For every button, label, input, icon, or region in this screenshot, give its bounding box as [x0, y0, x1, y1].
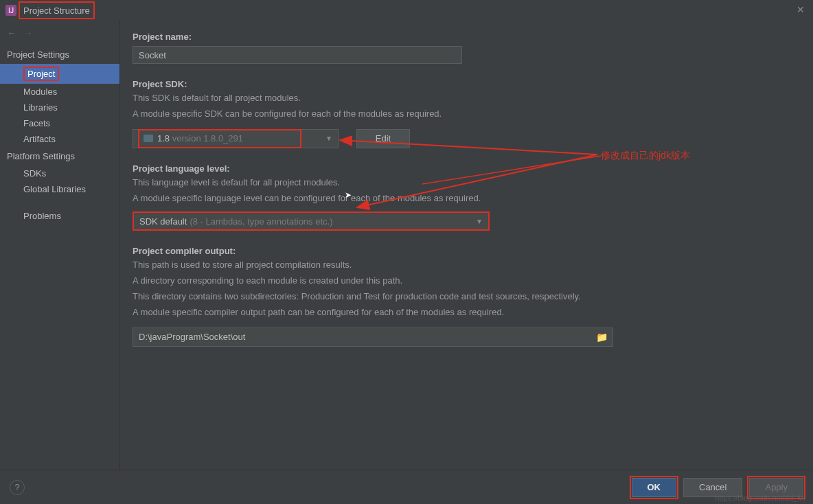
sdk-version-sub: version 1.8.0_291: [172, 133, 243, 144]
edit-sdk-button[interactable]: Edit: [356, 129, 410, 148]
sidebar-item-artifacts[interactable]: Artifacts: [0, 131, 119, 147]
section-platform-settings: Platform Settings: [0, 147, 119, 165]
sidebar-item-global-libraries[interactable]: Global Libraries: [0, 181, 119, 197]
sidebar-item-modules[interactable]: Modules: [0, 84, 119, 100]
compiler-output-label: Project compiler output:: [133, 246, 797, 256]
sidebar: ← → Project Settings Project Modules Lib…: [0, 21, 120, 470]
folder-icon: [144, 135, 153, 142]
lang-level-main: SDK default: [139, 216, 187, 227]
annotation-text: 修改成自己的jdk版本: [601, 150, 690, 162]
language-level-dropdown[interactable]: SDK default (8 - Lambdas, type annotatio…: [133, 211, 490, 231]
output-help-4: A module specific compiler output path c…: [133, 306, 797, 319]
nav-arrows: ← →: [0, 25, 119, 45]
close-icon[interactable]: ✕: [797, 4, 805, 15]
ok-button[interactable]: OK: [632, 478, 677, 497]
sdk-help-2: A module specific SDK can be configured …: [133, 108, 797, 121]
window-title-highlight: Project Structure: [19, 1, 95, 19]
content-panel: Project name: Project SDK: This SDK is d…: [120, 21, 813, 470]
compiler-output-input[interactable]: [133, 328, 613, 347]
output-help-3: This directory contains two subdirectori…: [133, 290, 797, 303]
sidebar-item-sdks[interactable]: SDKs: [0, 165, 119, 181]
sdk-help-1: This SDK is default for all project modu…: [133, 92, 797, 105]
titlebar: IJ Project Structure ✕: [0, 0, 813, 21]
forward-icon[interactable]: →: [23, 27, 33, 38]
help-icon[interactable]: ?: [10, 480, 25, 495]
cursor-icon: ➤: [345, 190, 352, 200]
chevron-down-icon: ▼: [325, 135, 332, 142]
output-help-2: A directory corresponding to each module…: [133, 275, 797, 288]
cancel-button[interactable]: Cancel: [683, 478, 742, 497]
lang-help-1: This language level is default for all p…: [133, 176, 797, 190]
sidebar-item-facets[interactable]: Facets: [0, 115, 119, 131]
back-icon[interactable]: ←: [7, 27, 16, 38]
lang-level-sub: (8 - Lambdas, type annotations etc.): [190, 216, 332, 227]
sidebar-item-libraries[interactable]: Libraries: [0, 100, 119, 115]
project-sdk-dropdown[interactable]: 1.8 version 1.8.0_291 ▼: [133, 129, 339, 148]
sidebar-item-problems[interactable]: Problems: [0, 207, 119, 225]
sdk-version-main: 1.8: [157, 133, 170, 144]
lang-help-2: A module specific language level can be …: [133, 192, 797, 205]
browse-folder-icon[interactable]: 📁: [596, 332, 608, 343]
footer: ? OK Cancel Apply https://blog.csdn.net/…: [0, 470, 813, 504]
window-title: Project Structure: [23, 5, 90, 16]
project-name-input[interactable]: [133, 46, 462, 64]
section-project-settings: Project Settings: [0, 45, 119, 64]
apply-button[interactable]: Apply: [749, 478, 803, 497]
project-name-label: Project name:: [133, 32, 797, 42]
output-help-1: This path is used to store all project c…: [133, 259, 797, 272]
sidebar-item-project[interactable]: Project: [0, 64, 119, 84]
language-level-label: Project language level:: [133, 163, 797, 174]
app-icon: IJ: [5, 5, 16, 16]
chevron-down-icon: ▼: [476, 218, 483, 225]
project-sdk-label: Project SDK:: [133, 79, 797, 89]
